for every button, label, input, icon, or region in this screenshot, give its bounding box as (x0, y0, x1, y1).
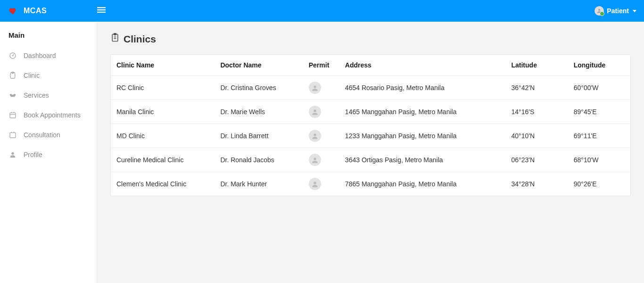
cell-clinic-name: RC Clinic (111, 76, 215, 100)
sidebar: Main Dashboard Clinic Services Book Appo… (0, 22, 97, 283)
cell-doctor-name: Dr. Ronald Jacobs (215, 148, 303, 172)
cell-doctor-name: Dr. Mark Hunter (215, 172, 303, 196)
clinics-table-card: Clinic Name Doctor Name Permit Address L… (110, 54, 631, 196)
table-header-row: Clinic Name Doctor Name Permit Address L… (111, 55, 630, 76)
sidebar-item-label: Profile (24, 151, 42, 158)
cell-clinic-name: Manila Clinic (111, 100, 215, 124)
cell-latitude: 06°23'N (505, 148, 568, 172)
brand-name: MCAS (24, 7, 47, 15)
svg-point-24 (314, 182, 316, 184)
sidebar-item-services[interactable]: Services (0, 85, 97, 105)
svg-rect-8 (10, 113, 16, 118)
user-menu-dropdown[interactable]: Patient (594, 6, 636, 16)
cell-clinic-name: Cureline Medical Clinic (111, 148, 215, 172)
cell-latitude: 40°10'N (505, 124, 568, 148)
permit-avatar-icon (309, 82, 321, 94)
svg-rect-12 (10, 133, 16, 138)
heart-logo-icon (8, 5, 19, 17)
svg-point-5 (12, 55, 14, 57)
sidebar-item-label: Clinic (24, 72, 40, 79)
clipboard-icon (110, 33, 120, 45)
user-avatar-icon (594, 6, 604, 16)
th-latitude: Latitude (505, 55, 568, 76)
svg-rect-2 (97, 11, 106, 12)
cell-latitude: 34°28'N (505, 172, 568, 196)
bars-icon (97, 6, 106, 17)
svg-point-22 (314, 133, 316, 136)
dashboard-icon (8, 51, 17, 60)
svg-point-15 (11, 152, 14, 155)
permit-avatar-icon (309, 106, 321, 118)
sidebar-section-title: Main (0, 28, 97, 46)
table-row: Manila ClinicDr. Marie Wells1465 Manggah… (111, 100, 630, 124)
sidebar-item-label: Services (24, 92, 49, 99)
sidebar-item-label: Book Appointments (24, 111, 81, 119)
cell-doctor-name: Dr. Marie Wells (215, 100, 303, 124)
chevron-down-icon (633, 10, 636, 12)
sidebar-item-book-appointments[interactable]: Book Appointments (0, 105, 97, 125)
cell-doctor-name: Dr. Cristina Groves (215, 76, 303, 100)
top-navbar: MCAS Patient (0, 0, 644, 22)
sidebar-item-label: Dashboard (24, 52, 56, 59)
table-row: MD ClinicDr. Linda Barrett1233 Manggahan… (111, 124, 630, 148)
table-row: RC ClinicDr. Cristina Groves4654 Rosario… (111, 76, 630, 100)
permit-avatar-icon (309, 178, 321, 190)
user-icon (8, 150, 17, 159)
cell-permit (303, 100, 339, 124)
clinics-table: Clinic Name Doctor Name Permit Address L… (111, 55, 630, 196)
svg-rect-1 (97, 9, 106, 10)
cell-permit (303, 124, 339, 148)
handshake-icon (8, 91, 17, 100)
sidebar-item-label: Consultation (24, 131, 60, 139)
cell-address: 4654 Rosario Pasig, Metro Manila (339, 76, 506, 100)
permit-avatar-icon (309, 154, 321, 166)
page-title: Clinics (110, 33, 631, 45)
sidebar-item-profile[interactable]: Profile (0, 145, 97, 165)
svg-point-20 (314, 85, 316, 88)
sidebar-item-dashboard[interactable]: Dashboard (0, 46, 97, 66)
clipboard-icon (8, 71, 17, 80)
cell-doctor-name: Dr. Linda Barrett (215, 124, 303, 148)
cell-longitude: 69°11'E (568, 124, 630, 148)
svg-point-23 (314, 158, 316, 160)
th-address: Address (339, 55, 506, 76)
main-content: Clinics Clinic Name Doctor Name Permit A… (97, 22, 644, 283)
cell-longitude: 89°45'E (568, 100, 630, 124)
svg-point-21 (314, 109, 316, 112)
calendar-icon (8, 131, 17, 139)
cell-address: 1233 Manggahan Pasig, Metro Manila (339, 124, 506, 148)
cell-permit (303, 148, 339, 172)
table-row: Clemen's Medical ClinicDr. Mark Hunter78… (111, 172, 630, 196)
table-row: Cureline Medical ClinicDr. Ronald Jacobs… (111, 148, 630, 172)
cell-longitude: 60°00'W (568, 76, 630, 100)
svg-rect-0 (97, 7, 106, 8)
sidebar-item-clinic[interactable]: Clinic (0, 66, 97, 85)
cell-permit (303, 76, 339, 100)
cell-address: 3643 Ortigas Pasig, Metro Manila (339, 148, 506, 172)
cell-latitude: 14°16'S (505, 100, 568, 124)
cell-latitude: 36°42'N (505, 76, 568, 100)
cell-address: 1465 Manggahan Pasig, Metro Manila (339, 100, 506, 124)
brand-logo-wrap[interactable]: MCAS (8, 5, 97, 17)
svg-rect-7 (12, 72, 14, 74)
cell-clinic-name: Clemen's Medical Clinic (111, 172, 215, 196)
svg-point-3 (598, 9, 600, 11)
cell-longitude: 68°10'W (568, 148, 630, 172)
th-doctor-name: Doctor Name (215, 55, 303, 76)
th-clinic-name: Clinic Name (111, 55, 215, 76)
permit-avatar-icon (309, 130, 321, 142)
calendar-alt-icon (8, 111, 17, 119)
sidebar-toggle-button[interactable] (97, 6, 106, 17)
cell-longitude: 90°26'E (568, 172, 630, 196)
sidebar-item-consultation[interactable]: Consultation (0, 125, 97, 145)
page-title-text: Clinics (124, 33, 156, 45)
cell-address: 7865 Manggahan Pasig, Metro Manila (339, 172, 506, 196)
th-longitude: Longitude (568, 55, 630, 76)
svg-rect-17 (114, 33, 116, 35)
user-label: Patient (607, 7, 629, 15)
cell-clinic-name: MD Clinic (111, 124, 215, 148)
th-permit: Permit (303, 55, 339, 76)
cell-permit (303, 172, 339, 196)
